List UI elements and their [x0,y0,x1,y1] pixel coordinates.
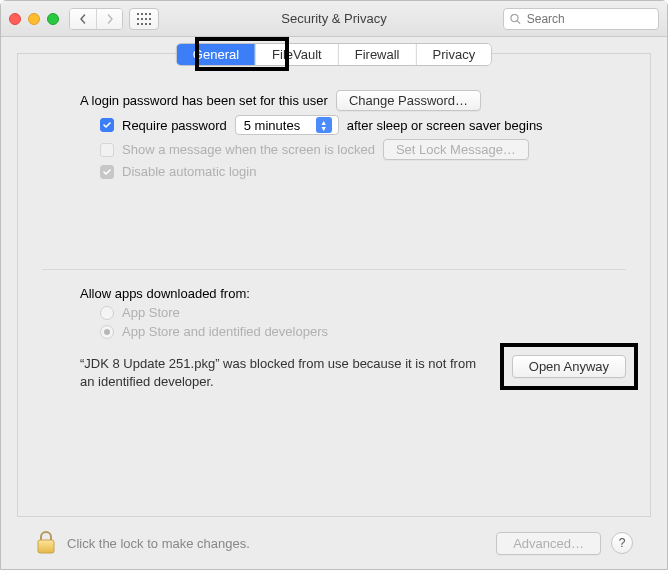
close-window-button[interactable] [9,13,21,25]
show-all-prefs-button[interactable] [129,8,159,30]
general-panel: General FileVault Firewall Privacy A log… [17,53,651,517]
system-preferences-window: Security & Privacy General FileVault Fir… [0,0,668,570]
svg-rect-6 [145,18,147,20]
tab-bar: General FileVault Firewall Privacy [176,43,492,66]
svg-rect-14 [38,540,54,553]
svg-rect-7 [149,18,151,20]
nav-back-button[interactable] [70,9,96,29]
change-password-button[interactable]: Change Password… [336,90,481,111]
tab-privacy[interactable]: Privacy [416,44,492,65]
window-controls [9,13,59,25]
minimize-window-button[interactable] [28,13,40,25]
require-password-after-text: after sleep or screen saver begins [347,118,543,133]
lock-icon[interactable] [35,530,57,556]
show-message-row: Show a message when the screen is locked… [100,139,626,160]
svg-rect-2 [145,13,147,15]
show-message-label: Show a message when the screen is locked [122,142,375,157]
require-password-row: Require password 5 minutes ▲▼ after slee… [100,115,626,135]
search-input[interactable] [525,11,652,27]
allow-apps-header: Allow apps downloaded from: [80,286,250,301]
svg-rect-1 [141,13,143,15]
require-password-delay-value: 5 minutes [244,118,310,133]
allow-apps-option-appstore: App Store [100,305,626,320]
tab-filevault[interactable]: FileVault [255,44,338,65]
divider [42,269,626,270]
svg-rect-10 [145,23,147,25]
set-lock-message-button: Set Lock Message… [383,139,529,160]
svg-rect-8 [137,23,139,25]
lock-hint-text: Click the lock to make changes. [67,536,250,551]
disable-auto-login-row: Disable automatic login [100,164,626,179]
allow-apps-header-row: Allow apps downloaded from: [80,286,626,301]
content-area: General FileVault Firewall Privacy A log… [1,37,667,569]
radio-app-store-identified [100,325,114,339]
check-icon [102,120,112,130]
radio-app-store-label: App Store [122,305,180,320]
nav-forward-button[interactable] [96,9,122,29]
stepper-icon: ▲▼ [316,117,332,133]
zoom-window-button[interactable] [47,13,59,25]
require-password-delay-select[interactable]: 5 minutes ▲▼ [235,115,339,135]
radio-app-store-identified-label: App Store and identified developers [122,324,328,339]
search-field[interactable] [503,8,659,30]
login-password-row: A login password has been set for this u… [80,90,626,111]
footer: Click the lock to make changes. Advanced… [17,517,651,569]
disable-auto-login-label: Disable automatic login [122,164,256,179]
svg-rect-9 [141,23,143,25]
svg-rect-4 [137,18,139,20]
allow-apps-option-identified: App Store and identified developers [100,324,626,339]
open-anyway-button[interactable]: Open Anyway [512,355,626,378]
grid-icon [137,13,151,25]
require-password-label: Require password [122,118,227,133]
svg-line-13 [517,20,520,23]
svg-rect-3 [149,13,151,15]
show-message-checkbox [100,143,114,157]
disable-auto-login-checkbox [100,165,114,179]
svg-rect-5 [141,18,143,20]
nav-back-forward [69,8,123,30]
require-password-checkbox[interactable] [100,118,114,132]
search-icon [510,13,521,25]
blocked-app-message: “JDK 8 Update 251.pkg” was blocked from … [80,355,494,390]
advanced-button: Advanced… [496,532,601,555]
tab-general[interactable]: General [177,44,255,65]
login-password-text: A login password has been set for this u… [80,93,328,108]
titlebar: Security & Privacy [1,1,667,37]
check-icon [102,167,112,177]
help-button[interactable]: ? [611,532,633,554]
radio-app-store [100,306,114,320]
tab-firewall[interactable]: Firewall [338,44,416,65]
svg-rect-11 [149,23,151,25]
svg-rect-0 [137,13,139,15]
